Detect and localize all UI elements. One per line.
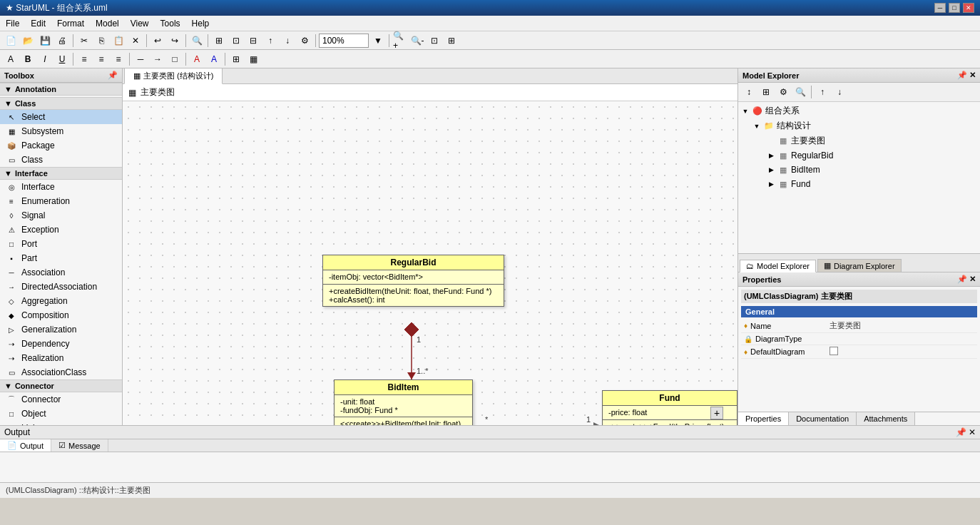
find-button[interactable]: 🔍 — [189, 33, 205, 49]
class-expander[interactable]: ▼ — [4, 99, 12, 108]
zoom-in-btn[interactable]: 🔍+ — [392, 33, 408, 49]
zoom-out-btn[interactable]: 🔍- — [409, 33, 425, 49]
toolbox-object[interactable]: □ Object — [0, 407, 122, 421]
new-button[interactable]: 📄 — [3, 33, 19, 49]
me-settings-btn[interactable]: ⚙ — [775, 84, 791, 100]
me-sort-btn[interactable]: ↕ — [741, 84, 757, 100]
tree-regularbid[interactable]: ▶ ▦ RegularBid — [738, 148, 980, 163]
align-right-btn[interactable]: ≡ — [111, 51, 126, 67]
close-icon[interactable]: ✕ — [969, 71, 976, 80]
uml-class-regularbid[interactable]: RegularBid -itemObj: vector<BidItem*> +c… — [322, 255, 504, 307]
uml-class-biditem[interactable]: BidItem -unit: float -fundObj: Fund * <<… — [334, 379, 473, 425]
undo-button[interactable]: ↩ — [150, 33, 165, 49]
defaultdiagram-prop-value[interactable] — [830, 347, 974, 357]
tree-biditem[interactable]: ▶ ▦ BidItem — [738, 163, 980, 177]
btn9[interactable]: ↓ — [280, 33, 295, 49]
arrow-btn[interactable]: → — [150, 51, 165, 67]
properties-tab[interactable]: Properties — [738, 412, 789, 425]
btn8[interactable]: ↑ — [262, 33, 278, 49]
font-btn[interactable]: A — [3, 51, 19, 67]
toolbox-pin[interactable]: 📌 — [108, 71, 118, 80]
model-explorer-tab[interactable]: 🗂 Model Explorer — [740, 260, 816, 272]
layout-btn[interactable]: ⊞ — [228, 51, 244, 67]
zoom-fit-btn[interactable]: ⊡ — [427, 33, 442, 49]
me-down-btn[interactable]: ↓ — [832, 84, 847, 100]
save-button[interactable]: 💾 — [37, 33, 53, 49]
jigou-expander[interactable]: ▼ — [752, 122, 761, 131]
cut-button[interactable]: ✂ — [76, 33, 92, 49]
close-button[interactable]: ✕ — [963, 3, 974, 13]
color1-btn[interactable]: A — [189, 51, 205, 67]
me-explore-btn[interactable]: 🔍 — [792, 84, 808, 100]
toolbox-association-class[interactable]: ▭ AssociationClass — [0, 365, 122, 379]
biditem-expander[interactable]: ▶ — [767, 165, 775, 174]
underline-btn[interactable]: U — [54, 51, 70, 67]
toolbox-connector[interactable]: ⌒ Connector — [0, 392, 122, 407]
menu-file[interactable]: File — [0, 17, 25, 30]
toolbox-realization[interactable]: ⇢ Realization — [0, 351, 122, 365]
zoom-input[interactable] — [319, 34, 369, 48]
tree-main-diagram[interactable]: ▶ ▦ 主要类图 — [738, 133, 980, 148]
btn10[interactable]: ⚙ — [297, 33, 312, 49]
attachments-tab[interactable]: Attachments — [857, 412, 915, 425]
menu-edit[interactable]: Edit — [25, 17, 51, 30]
toolbox-generalization[interactable]: ▷ Generalization — [0, 322, 122, 337]
toolbox-directed-association[interactable]: → DirectedAssociation — [0, 280, 122, 294]
pin-icon[interactable]: 📌 — [957, 71, 967, 80]
name-prop-value[interactable]: 主要类图 — [830, 320, 974, 331]
btn6[interactable]: ⊡ — [228, 33, 244, 49]
diagram-explorer-tab[interactable]: ▦ Diagram Explorer — [817, 259, 902, 272]
toolbox-exception[interactable]: ⚠ Exception — [0, 223, 122, 237]
canvas-zoom-in[interactable]: + — [710, 407, 723, 419]
fund-expander[interactable]: ▶ — [767, 180, 775, 188]
tree-root[interactable]: ▼ 🔴 组合关系 — [738, 103, 980, 118]
toolbox-port[interactable]: □ Port — [0, 237, 122, 251]
menu-view[interactable]: View — [125, 17, 155, 30]
bold-btn[interactable]: B — [20, 51, 36, 67]
print-button[interactable]: 🖨 — [54, 33, 70, 49]
documentation-tab[interactable]: Documentation — [789, 412, 857, 425]
toolbox-dependency[interactable]: ⇢ Dependency — [0, 337, 122, 351]
italic-btn[interactable]: I — [37, 51, 53, 67]
toolbox-class[interactable]: ▭ Class — [0, 153, 122, 167]
btn7[interactable]: ⊟ — [245, 33, 261, 49]
toolbox-link[interactable]: ─ Link — [0, 421, 122, 425]
diagram-btn[interactable]: ▦ — [245, 51, 261, 67]
tree-jigoushej[interactable]: ▼ 📁 结构设计 — [738, 118, 980, 133]
diagram-canvas[interactable]: 1 1..* * 1 RegularBid -itemObj: vector<B… — [123, 101, 737, 425]
toolbox-association[interactable]: ─ Association — [0, 265, 122, 280]
output-close-icon[interactable]: ✕ — [969, 427, 976, 437]
output-tab-message[interactable]: ☑ Message — [51, 439, 108, 452]
align-center-btn[interactable]: ≡ — [93, 51, 109, 67]
menu-tools[interactable]: Tools — [155, 17, 186, 30]
menu-help[interactable]: Help — [186, 17, 215, 30]
props-pin-icon[interactable]: 📌 — [957, 275, 967, 284]
align-left-btn[interactable]: ≡ — [76, 51, 92, 67]
toolbox-enumeration[interactable]: ≡ Enumeration — [0, 194, 122, 208]
toolbox-signal[interactable]: ◊ Signal — [0, 208, 122, 223]
toolbox-select[interactable]: ↖ Select — [0, 110, 122, 124]
color2-btn[interactable]: A — [206, 51, 222, 67]
toolbox-subsystem[interactable]: ▦ Subsystem — [0, 124, 122, 138]
me-up-btn[interactable]: ↑ — [815, 84, 830, 100]
connector-expander[interactable]: ▼ — [4, 382, 12, 390]
defaultdiagram-checkbox[interactable] — [830, 347, 838, 355]
redo-button[interactable]: ↪ — [167, 33, 183, 49]
props-close-icon[interactable]: ✕ — [969, 275, 976, 284]
toolbox-package[interactable]: 📦 Package — [0, 138, 122, 153]
minimize-button[interactable]: ─ — [934, 3, 946, 13]
toolbox-part[interactable]: ▪ Part — [0, 251, 122, 265]
paste-button[interactable]: 📋 — [111, 33, 126, 49]
output-tab-output[interactable]: 📄 Output — [0, 439, 51, 452]
maximize-button[interactable]: □ — [949, 3, 960, 13]
open-button[interactable]: 📂 — [20, 33, 36, 49]
regularbid-expander[interactable]: ▶ — [767, 151, 775, 160]
root-expander[interactable]: ▼ — [741, 107, 750, 116]
toolbox-composition[interactable]: ◆ Composition — [0, 308, 122, 322]
line-btn[interactable]: ─ — [133, 51, 148, 67]
annotation-expander[interactable]: ▼ — [4, 85, 12, 93]
zoom-actual-btn[interactable]: ⊞ — [444, 33, 459, 49]
menu-format[interactable]: Format — [51, 17, 90, 30]
menu-model[interactable]: Model — [90, 17, 125, 30]
zoom-dropdown[interactable]: ▼ — [370, 33, 386, 49]
